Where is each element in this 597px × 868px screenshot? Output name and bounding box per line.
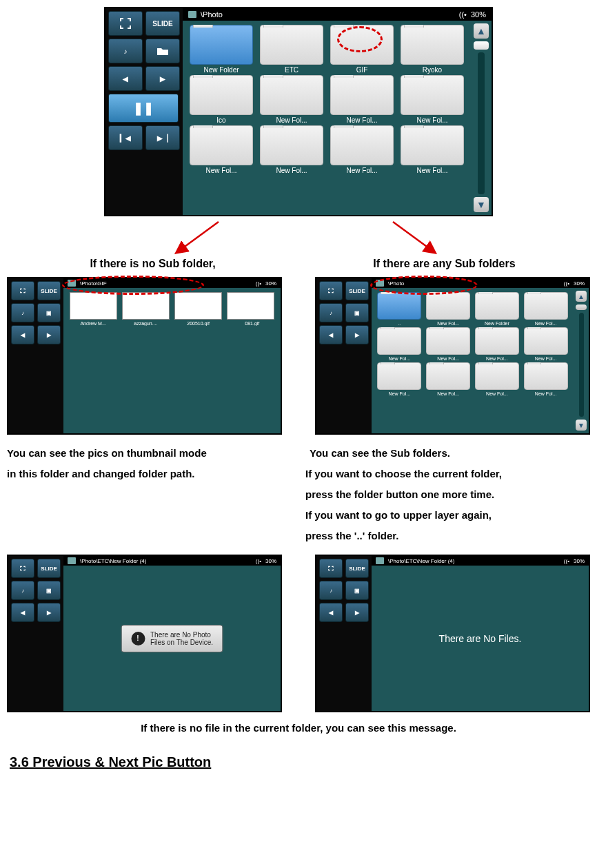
scroll-thumb[interactable]: [576, 304, 587, 310]
music-button[interactable]: ♪: [319, 581, 343, 600]
folder-item[interactable]: New Fol...: [522, 292, 569, 326]
prev-button[interactable]: ◀: [319, 325, 343, 344]
folder-icon: [401, 125, 464, 165]
folder-item[interactable]: New Fol...: [376, 327, 423, 361]
next-button[interactable]: ▶: [345, 325, 369, 344]
path-folder-icon: [68, 557, 76, 564]
caption-left: If there is no Sub folder,: [7, 258, 298, 270]
thumbnail-item[interactable]: Andrew M...: [68, 292, 119, 326]
skip-prev-button[interactable]: ▎◀: [108, 125, 143, 150]
fullscreen-button[interactable]: ⛶: [319, 559, 343, 578]
folder-icon: [190, 25, 253, 65]
path-text: \Photo: [201, 10, 223, 19]
folder-item[interactable]: New Fol...: [474, 327, 521, 361]
folder-label: New Fol...: [276, 116, 307, 124]
path-folder-icon: [188, 11, 196, 18]
prev-button[interactable]: ◀: [319, 603, 343, 622]
folder-label: New Fol...: [535, 391, 557, 396]
next-button[interactable]: ▶: [37, 603, 61, 622]
folder-item[interactable]: New Fol...: [398, 75, 467, 124]
folder-item[interactable]: New Fol...: [474, 362, 521, 396]
prev-button[interactable]: ◀: [11, 603, 34, 622]
scroll-down-button[interactable]: ▼: [576, 420, 587, 431]
folder-item[interactable]: New Fol...: [257, 75, 326, 124]
path-text: \Photo\ETC\New Folder (4): [388, 558, 454, 564]
folder-item[interactable]: New Fol...: [398, 125, 467, 174]
scroll-thumb[interactable]: [474, 41, 489, 50]
prev-button[interactable]: ◀: [11, 325, 34, 344]
folder-icon: [190, 75, 253, 115]
folder-button[interactable]: ▣: [345, 303, 369, 322]
path-text: \Photo: [388, 280, 404, 287]
folder-item[interactable]: New Fol...: [522, 362, 569, 396]
music-button[interactable]: ♪: [108, 39, 143, 63]
slide-button[interactable]: SLIDE: [145, 11, 180, 36]
battery-text: 30%: [265, 280, 276, 287]
pause-button[interactable]: ❚❚: [108, 94, 179, 123]
slide-button[interactable]: SLIDE: [345, 281, 369, 300]
battery-text: 30%: [574, 558, 585, 564]
folder-label: New Fol...: [486, 356, 508, 361]
folder-item[interactable]: New Fol...: [327, 75, 396, 124]
folder-item[interactable]: ..: [376, 292, 423, 326]
thumbnail-item[interactable]: _081.gif: [225, 292, 276, 326]
thumbnail-item[interactable]: azzagun....: [120, 292, 171, 326]
folder-label: New Fol...: [535, 321, 557, 326]
folder-item[interactable]: New Fol...: [376, 362, 423, 396]
music-button[interactable]: ♪: [11, 581, 34, 600]
folder-button[interactable]: [145, 39, 180, 63]
music-button[interactable]: ♪: [11, 303, 34, 322]
next-button[interactable]: ▶: [145, 66, 180, 91]
fullscreen-button[interactable]: ⛶: [11, 281, 34, 300]
next-button[interactable]: ▶: [345, 603, 369, 622]
thumbnail-image: [227, 292, 274, 320]
folder-icon: [426, 362, 470, 390]
scroll-up-button[interactable]: ▲: [474, 23, 489, 39]
folder-icon: [377, 292, 421, 320]
prev-button[interactable]: ◀: [108, 66, 143, 91]
slide-button[interactable]: SLIDE: [345, 559, 369, 578]
slide-button[interactable]: SLIDE: [37, 281, 61, 300]
thumbnail-item[interactable]: 200510.gif: [173, 292, 224, 326]
folder-item[interactable]: New Fol...: [327, 125, 396, 174]
scroll-down-button[interactable]: ▼: [474, 197, 489, 212]
folder-icon: [377, 327, 421, 355]
folder-button[interactable]: ▣: [37, 303, 61, 322]
skip-next-button[interactable]: ▶▕: [145, 125, 180, 150]
folder-item[interactable]: ETC: [257, 25, 326, 74]
folder-item[interactable]: New Folder: [474, 292, 521, 326]
folder-label: New Fol...: [389, 391, 411, 396]
fullscreen-button[interactable]: ⛶: [319, 281, 343, 300]
folder-label: New Folder: [485, 321, 509, 326]
folder-button[interactable]: ▣: [37, 581, 61, 600]
folder-label: ETC: [285, 66, 298, 74]
thumbnail-image: [122, 292, 170, 320]
path-text: \Photo\GIF: [80, 280, 107, 287]
folder-item[interactable]: New Fol...: [425, 362, 472, 396]
next-button[interactable]: ▶: [37, 325, 61, 344]
folder-item[interactable]: GIF: [327, 25, 396, 74]
music-button[interactable]: ♪: [319, 303, 343, 322]
folder-label: New Fol...: [389, 356, 411, 361]
folder-item[interactable]: New Fol...: [257, 125, 326, 174]
folder-item[interactable]: New Fol...: [187, 125, 256, 174]
fullscreen-button[interactable]: ⛶: [11, 559, 34, 578]
thumbnail-label: _081.gif: [242, 321, 259, 326]
device-right: ⛶ SLIDE ♪ ▣ ◀ ▶ \Photo ((• 30%: [315, 277, 590, 435]
path-folder-icon: [376, 280, 384, 287]
thumbnail-image: [70, 292, 117, 320]
folder-button[interactable]: ▣: [345, 581, 369, 600]
folder-item[interactable]: Ico: [187, 75, 256, 124]
scroll-up-button[interactable]: ▲: [576, 291, 587, 302]
fullscreen-button[interactable]: [108, 11, 143, 36]
device-left: ⛶ SLIDE ♪ ▣ ◀ ▶ \Photo\GIF ((•: [7, 277, 282, 435]
folder-icon: [524, 292, 568, 320]
folder-item[interactable]: New Fol...: [425, 292, 472, 326]
folder-item[interactable]: Ryoko: [398, 25, 467, 74]
device-bottom-right: ⛶ SLIDE ♪ ▣ ◀ ▶ \Photo\ETC\New Folder (4…: [315, 555, 590, 712]
slide-button[interactable]: SLIDE: [37, 559, 61, 578]
folder-item[interactable]: New Fol...: [522, 327, 569, 361]
folder-item[interactable]: New Fol...: [425, 327, 472, 361]
folder-item[interactable]: New Folder: [187, 25, 256, 74]
file-browser: \Photo ((• 30% New FolderETCGIFRyokoIcoN…: [183, 8, 492, 215]
